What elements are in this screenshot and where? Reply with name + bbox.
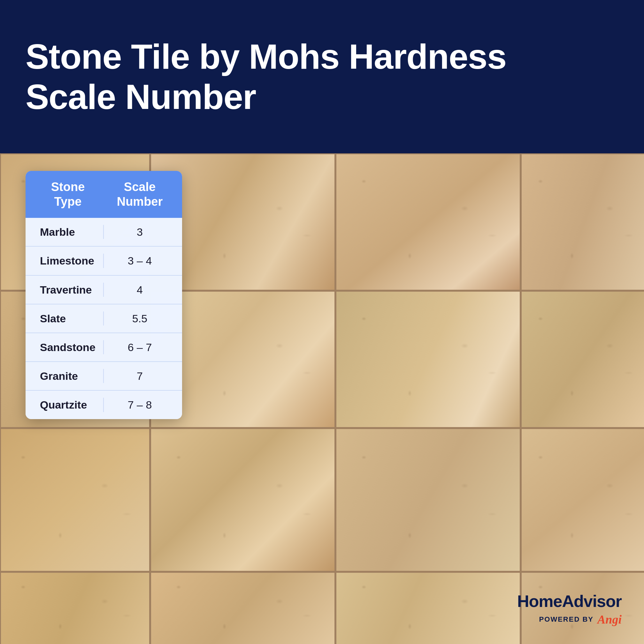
stone-tile bbox=[335, 291, 521, 428]
stone-tile bbox=[521, 153, 644, 291]
header-section: Stone Tile by Mohs Hardness Scale Number bbox=[0, 0, 644, 153]
page-title: Stone Tile by Mohs Hardness Scale Number bbox=[26, 36, 506, 117]
table-row: Granite 7 bbox=[26, 362, 182, 391]
stone-type-cell: Travertine bbox=[32, 283, 104, 297]
powered-by-row: POWERED BY Angi bbox=[517, 612, 622, 626]
stone-tile bbox=[150, 572, 335, 644]
branding-section: HomeAdvisor POWERED BY Angi bbox=[517, 592, 622, 626]
stone-type-cell: Sandstone bbox=[32, 340, 104, 354]
data-table-card: Stone Type Scale Number Marble 3 Limesto… bbox=[26, 171, 182, 419]
table-row: Sandstone 6 – 7 bbox=[26, 333, 182, 362]
scale-number-cell: 5.5 bbox=[104, 311, 176, 326]
col2-header: Scale Number bbox=[104, 180, 176, 209]
scale-number-cell: 7 – 8 bbox=[104, 398, 176, 412]
scale-number-cell: 7 bbox=[104, 369, 176, 383]
table-row: Quartzite 7 – 8 bbox=[26, 391, 182, 419]
powered-by-label: POWERED BY bbox=[539, 615, 594, 624]
scale-number-cell: 6 – 7 bbox=[104, 340, 176, 354]
stone-type-cell: Marble bbox=[32, 225, 104, 239]
stone-type-cell: Limestone bbox=[32, 254, 104, 268]
table-row: Marble 3 bbox=[26, 218, 182, 247]
stone-tile bbox=[521, 428, 644, 572]
table-row: Slate 5.5 bbox=[26, 304, 182, 333]
content-section: Stone Type Scale Number Marble 3 Limesto… bbox=[0, 153, 644, 644]
scale-number-cell: 3 bbox=[104, 225, 176, 239]
col1-header: Stone Type bbox=[32, 180, 104, 209]
stone-tile bbox=[335, 428, 521, 572]
homeadvisor-logo-text: HomeAdvisor bbox=[517, 592, 622, 611]
page-container: Stone Tile by Mohs Hardness Scale Number bbox=[0, 0, 644, 644]
stone-type-cell: Slate bbox=[32, 311, 104, 326]
angi-logo: Angi bbox=[597, 612, 622, 626]
stone-type-cell: Quartzite bbox=[32, 398, 104, 412]
table-header: Stone Type Scale Number bbox=[26, 171, 182, 218]
table-body: Marble 3 Limestone 3 – 4 Travertine 4 Sl… bbox=[26, 218, 182, 419]
scale-number-cell: 3 – 4 bbox=[104, 254, 176, 268]
stone-tile bbox=[335, 153, 521, 291]
stone-type-cell: Granite bbox=[32, 369, 104, 383]
stone-tile bbox=[335, 572, 521, 644]
stone-tile bbox=[521, 291, 644, 428]
table-row: Limestone 3 – 4 bbox=[26, 247, 182, 275]
stone-tile bbox=[0, 572, 150, 644]
scale-number-cell: 4 bbox=[104, 283, 176, 297]
table-row: Travertine 4 bbox=[26, 276, 182, 304]
stone-tile bbox=[0, 428, 150, 572]
stone-tile bbox=[150, 428, 335, 572]
